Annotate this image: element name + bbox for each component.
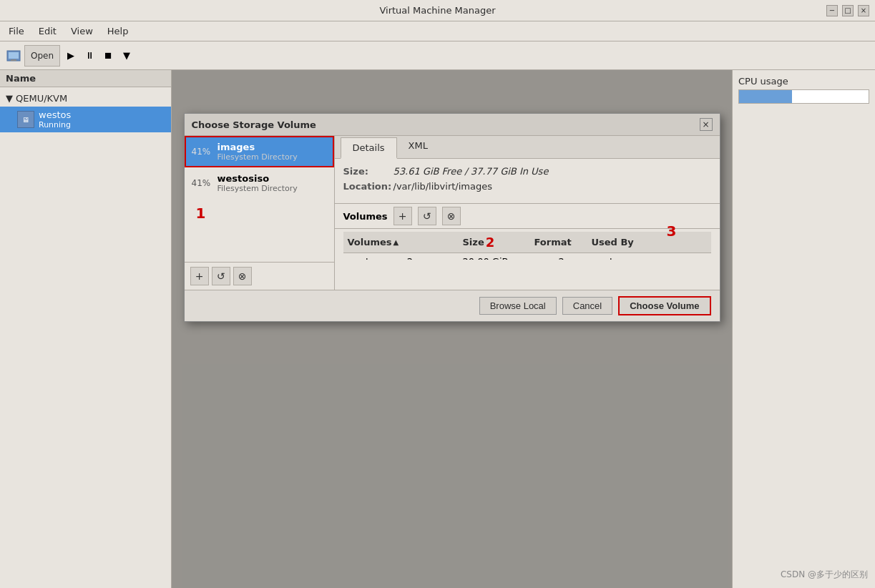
col-size: Size 2 <box>463 235 534 250</box>
svg-rect-1 <box>9 52 19 59</box>
cpu-bar-fill <box>739 90 792 103</box>
app-title: Virtual Machine Manager <box>379 5 495 16</box>
menu-file[interactable]: File <box>3 24 30 38</box>
maximize-button[interactable]: □ <box>842 5 854 16</box>
close-window-button[interactable]: × <box>858 5 869 16</box>
volumes-table-header: Volumes ▲ Size 2 Format <box>343 232 711 253</box>
dialog-title: Choose Storage Volume <box>192 119 316 130</box>
col-used-by: Used By <box>592 235 707 250</box>
size-label: Size: <box>343 166 393 177</box>
vm-name: westos <box>39 109 71 120</box>
sidebar-group-header[interactable]: ▼ QEMU/KVM <box>0 90 171 107</box>
new-vm-icon[interactable] <box>6 48 21 64</box>
play-icon[interactable]: ▶ <box>63 48 79 64</box>
collapse-icon: ▼ <box>6 93 13 104</box>
details-location-row: Location: /var/lib/libvirt/images <box>343 181 711 192</box>
dialog-close-button[interactable]: × <box>700 118 713 131</box>
dialog-overlay: Choose Storage Volume × 41% images Files… <box>172 70 732 588</box>
storage-percent-images: 41% <box>192 147 212 157</box>
dialog-title-bar: Choose Storage Volume × <box>185 114 720 136</box>
tab-details[interactable]: Details <box>341 137 397 159</box>
menu-edit[interactable]: Edit <box>33 24 62 38</box>
volumes-label: Volumes <box>343 211 388 222</box>
storage-name-westosiso: westosiso <box>217 173 298 184</box>
storage-type-westosiso: Filesystem Directory <box>217 184 298 193</box>
col-volumes: Volumes ▲ <box>348 235 463 250</box>
cpu-bar <box>738 89 869 104</box>
add-volume-button[interactable]: + <box>393 207 412 225</box>
window-controls: − □ × <box>826 5 869 16</box>
browse-local-button[interactable]: Browse Local <box>479 297 557 315</box>
storage-type-images: Filesystem Directory <box>217 152 298 162</box>
sidebar-group-name: QEMU/KVM <box>16 93 67 104</box>
location-value: /var/lib/libvirt/images <box>393 181 493 192</box>
tab-xml[interactable]: XML <box>397 136 439 159</box>
tab-bar: Details XML <box>335 136 720 159</box>
delete-pool-button[interactable]: ⊗ <box>233 267 252 285</box>
vm-info: westos Running <box>39 109 71 129</box>
storage-pool-images[interactable]: 41% images Filesystem Directory <box>185 136 334 167</box>
refresh-pool-button[interactable]: ↺ <box>212 267 230 285</box>
sidebar-item-westos[interactable]: 🖥 westos Running <box>0 107 171 132</box>
annotation-1: 1 <box>185 199 334 227</box>
stop-icon[interactable]: ⏹ <box>100 48 116 64</box>
content-area: Choose Storage Volume × 41% images Files… <box>172 70 732 588</box>
sort-icon: ▲ <box>393 238 399 246</box>
menu-view[interactable]: View <box>65 24 99 38</box>
title-bar: Virtual Machine Manager − □ × <box>0 0 875 21</box>
details-panel: Size: 53.61 GiB Free / 37.77 GiB In Use … <box>335 159 720 203</box>
annotation-3: 3 <box>667 222 677 240</box>
volume-row-westos[interactable]: westos.qcow2 20.00 GiB qcow2 westos <box>343 253 711 260</box>
storage-info-westosiso: westosiso Filesystem Directory <box>217 173 298 193</box>
sidebar-header: Name <box>0 70 171 87</box>
volumes-table: Volumes ▲ Size 2 Format <box>335 229 720 260</box>
volumes-empty-area: 3 <box>335 260 720 290</box>
size-value: 53.61 GiB Free / 37.77 GiB In Use <box>393 166 549 177</box>
details-size-row: Size: 53.61 GiB Free / 37.77 GiB In Use <box>343 166 711 177</box>
vm-status: Running <box>39 120 71 129</box>
choose-volume-button[interactable]: Choose Volume <box>618 296 710 315</box>
menu-bar: File Edit View Help <box>0 21 875 41</box>
location-label: Location: <box>343 181 393 192</box>
cancel-button[interactable]: Cancel <box>562 297 612 315</box>
watermark: CSDN @多于少的区别 <box>781 569 868 581</box>
pause-icon[interactable]: ⏸ <box>82 48 97 64</box>
dialog-left-panel: 41% images Filesystem Directory 41% west… <box>185 136 335 290</box>
svg-rect-2 <box>11 59 16 61</box>
dropdown-icon[interactable]: ▼ <box>119 48 135 64</box>
main-area: Name ▼ QEMU/KVM 🖥 westos Running Choose … <box>0 70 875 588</box>
storage-percent-westosiso: 41% <box>192 178 212 188</box>
cpu-usage-label: CPU usage <box>738 76 869 87</box>
right-panel: CPU usage <box>732 70 875 588</box>
sidebar: Name ▼ QEMU/KVM 🖥 westos Running <box>0 70 172 588</box>
dialog-left-toolbar: + ↺ ⊗ <box>185 262 334 290</box>
storage-info-images: images Filesystem Directory <box>217 142 298 162</box>
add-pool-button[interactable]: + <box>190 267 209 285</box>
sidebar-group-qemu: ▼ QEMU/KVM 🖥 westos Running <box>0 87 171 135</box>
dialog-right-panel: Details XML Size: 53.61 GiB Free / 37.77… <box>335 136 720 290</box>
choose-storage-dialog: Choose Storage Volume × 41% images Files… <box>184 113 720 322</box>
delete-volume-button[interactable]: ⊗ <box>442 207 461 225</box>
annotation-2: 2 <box>486 235 495 250</box>
vm-icon: 🖥 <box>17 111 34 128</box>
refresh-volume-button[interactable]: ↺ <box>418 207 436 225</box>
col-format: Format <box>534 235 592 250</box>
menu-help[interactable]: Help <box>102 24 135 38</box>
storage-name-images: images <box>217 142 298 152</box>
toolbar: Open ▶ ⏸ ⏹ ▼ <box>0 41 875 70</box>
open-button[interactable]: Open <box>24 45 60 67</box>
volumes-header: Volumes + ↺ ⊗ <box>335 203 720 229</box>
dialog-body: 41% images Filesystem Directory 41% west… <box>185 136 720 290</box>
storage-pool-westosiso[interactable]: 41% westosiso Filesystem Directory <box>185 167 334 199</box>
dialog-footer: Browse Local Cancel Choose Volume <box>185 290 720 321</box>
minimize-button[interactable]: − <box>826 5 838 16</box>
